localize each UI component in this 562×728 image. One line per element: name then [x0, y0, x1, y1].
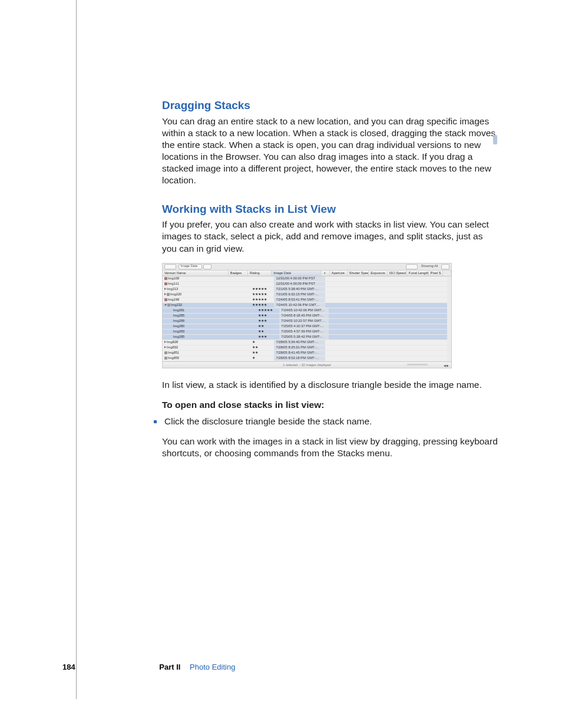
table-row[interactable]: Img283★★7/25/05 4:57:39 PM GMT-…	[163, 330, 451, 335]
view-mode-segmented[interactable]	[164, 264, 176, 269]
stack-icon	[167, 304, 170, 307]
badge-icon	[164, 298, 167, 301]
table-row[interactable]: Img213★★★★★7/21/05 5:38:40 PM GMT-…	[163, 287, 451, 292]
table-row[interactable]: Img851★★7/28/05 8:41:45 PM GMT-…	[163, 351, 451, 356]
paragraph: You can work with the images in a stack …	[162, 436, 498, 459]
badge-icon	[164, 282, 167, 285]
thumbnail-size-slider[interactable]	[407, 364, 428, 365]
table-row[interactable]: Img832★★7/28/05 8:25:31 PM GMT-…	[163, 345, 451, 351]
table-row[interactable]: Img198★★★★★7/24/05 8:53:41 PM GMT-…	[163, 298, 451, 303]
disclosure-triangle-icon[interactable]	[164, 346, 166, 348]
col-aperture[interactable]: Aperture	[330, 271, 348, 276]
list-view-screenshot: Showing All Version Name Badges Rating I…	[162, 263, 452, 368]
mock-toolbar: Showing All	[163, 263, 451, 271]
table-row[interactable]: Img11112/31/00 4:00:00 PM PST	[163, 282, 451, 287]
col-sort-indicator[interactable]	[321, 271, 330, 276]
table-row[interactable]: Img285★★★7/24/05 8:18:45 PM GMT-…	[163, 314, 451, 319]
table-row[interactable]: Img10812/31/00 4:00:00 PM PST	[163, 276, 451, 282]
showing-label: Showing All	[421, 264, 438, 268]
mock-status-text: 1 selected – 32 images displayed	[283, 363, 330, 367]
col-focal-length[interactable]: Focal Length	[407, 271, 429, 276]
margin-rule	[76, 0, 77, 699]
page-footer: 184 Part II Photo Editing	[62, 663, 235, 673]
col-pixel-size[interactable]: Pixel S	[429, 271, 443, 276]
sort-field-popup[interactable]	[178, 264, 202, 269]
part-name: Photo Editing	[190, 663, 235, 671]
disclosure-triangle-icon[interactable]	[164, 304, 167, 306]
table-row[interactable]: Img855★7/28/05 8:52:18 PM GMT-…	[163, 356, 451, 361]
col-image-date[interactable]: Image Date	[272, 271, 321, 276]
action-button[interactable]	[441, 264, 449, 269]
mock-column-headers: Version Name Badges Rating Image Date Ap…	[163, 271, 451, 276]
bullet-text: Click the disclosure triangle beside the…	[164, 416, 372, 427]
col-badges[interactable]: Badges	[229, 271, 248, 276]
table-row[interactable]: Img828★7/28/05 5:34:40 PM GMT-…	[163, 340, 451, 345]
howto-label: To open and close stacks in list view:	[162, 399, 498, 411]
page-content: Dragging Stacks You can drag an entire s…	[162, 98, 498, 464]
part-label: Part II	[159, 663, 180, 671]
table-row[interactable]: Img289★★★7/24/05 10:22:57 PM GMT…	[163, 319, 451, 324]
col-shutter-speed[interactable]: Shutter Speed	[348, 271, 369, 276]
paragraph: In list view, a stack is identified by a…	[162, 379, 498, 391]
stack-icon	[164, 357, 167, 360]
page-number: 184	[62, 663, 75, 671]
table-row[interactable]: Img232★★★★★7/24/05 10:42:06 PM GMT…	[163, 303, 451, 308]
col-rating[interactable]: Rating	[248, 271, 272, 276]
scrollbar-track[interactable]	[443, 271, 451, 276]
vertical-scrollbar[interactable]	[493, 111, 497, 457]
heading-list-view: Working with Stacks in List View	[162, 202, 498, 217]
col-iso[interactable]: ISO Speed	[388, 271, 407, 276]
disclosure-triangle-icon[interactable]	[164, 341, 166, 343]
nav-arrows[interactable]: ◀ ▶	[444, 363, 449, 368]
mock-status-bar: 1 selected – 32 images displayed ◀ ▶	[163, 361, 451, 368]
badge-icon	[164, 277, 167, 280]
bullet-item: Click the disclosure triangle beside the…	[156, 416, 498, 427]
scrollbar-thumb[interactable]	[493, 135, 497, 144]
stack-icon	[164, 351, 167, 354]
sort-direction-button[interactable]	[203, 264, 211, 269]
table-row[interactable]: Img285★★★7/25/05 5:28:42 PM GMT-…	[163, 335, 451, 340]
table-row[interactable]: Img220★★★★★7/21/05 6:32:15 PM GMT-…	[163, 292, 451, 298]
paragraph: You can drag an entire stack to a new lo…	[162, 116, 498, 187]
filter-segmented[interactable]	[406, 264, 418, 269]
col-exposure[interactable]: Exposure	[369, 271, 387, 276]
col-version-name[interactable]: Version Name	[163, 271, 229, 276]
disclosure-triangle-icon[interactable]	[164, 288, 166, 290]
mock-rows: Img10812/31/00 4:00:00 PM PSTImg11112/31…	[163, 276, 451, 361]
table-row[interactable]: Img280★★7/25/05 4:10:37 PM GMT-…	[163, 324, 451, 330]
disclosure-triangle-icon[interactable]	[164, 293, 166, 295]
table-row[interactable]: Img281★★★★★7/24/05 10:42:06 PM GMT…	[163, 308, 451, 314]
paragraph: If you prefer, you can also create and w…	[162, 219, 498, 254]
heading-dragging-stacks: Dragging Stacks	[162, 98, 498, 113]
stack-icon	[167, 293, 170, 296]
